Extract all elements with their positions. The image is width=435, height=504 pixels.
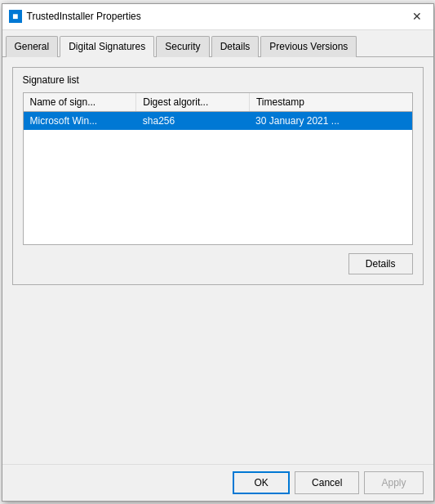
- signature-list-group: Signature list Name of sign... Digest al…: [12, 67, 424, 285]
- table-empty-area: [24, 130, 412, 244]
- tab-bar: General Digital Signatures Security Deta…: [2, 30, 433, 57]
- apply-button[interactable]: Apply: [364, 471, 423, 494]
- cell-timestamp: 30 January 2021 ...: [249, 112, 411, 130]
- properties-dialog: ■ TrustedInstaller Properties ✕ General …: [2, 3, 434, 502]
- signature-table: Name of sign... Digest algorit... Timest…: [23, 92, 413, 245]
- cancel-button[interactable]: Cancel: [295, 471, 359, 494]
- title-bar: ■ TrustedInstaller Properties ✕: [2, 4, 433, 30]
- window-title: TrustedInstaller Properties: [27, 11, 141, 22]
- col-header-timestamp: Timestamp: [250, 93, 412, 111]
- title-bar-left: ■ TrustedInstaller Properties: [9, 10, 141, 23]
- signature-list-label: Signature list: [23, 74, 413, 86]
- cell-name: Microsoft Win...: [24, 112, 136, 130]
- tab-previous-versions[interactable]: Previous Versions: [260, 36, 357, 57]
- cell-digest: sha256: [136, 112, 249, 130]
- ok-button[interactable]: OK: [233, 471, 290, 494]
- tab-details[interactable]: Details: [211, 36, 260, 57]
- close-button[interactable]: ✕: [407, 8, 427, 25]
- window-icon: ■: [9, 10, 22, 23]
- tab-digital-signatures[interactable]: Digital Signatures: [60, 36, 154, 57]
- tab-content: Signature list Name of sign... Digest al…: [2, 57, 433, 464]
- table-header: Name of sign... Digest algorit... Timest…: [24, 93, 412, 112]
- title-bar-controls: ✕: [407, 8, 427, 25]
- col-header-name: Name of sign...: [24, 93, 137, 111]
- tab-general[interactable]: General: [6, 36, 59, 57]
- dialog-footer: OK Cancel Apply: [2, 464, 433, 501]
- details-button[interactable]: Details: [348, 253, 413, 274]
- details-btn-row: Details: [23, 253, 413, 274]
- table-row[interactable]: Microsoft Win... sha256 30 January 2021 …: [24, 112, 412, 130]
- tab-security[interactable]: Security: [156, 36, 209, 57]
- col-header-digest: Digest algorit...: [136, 93, 250, 111]
